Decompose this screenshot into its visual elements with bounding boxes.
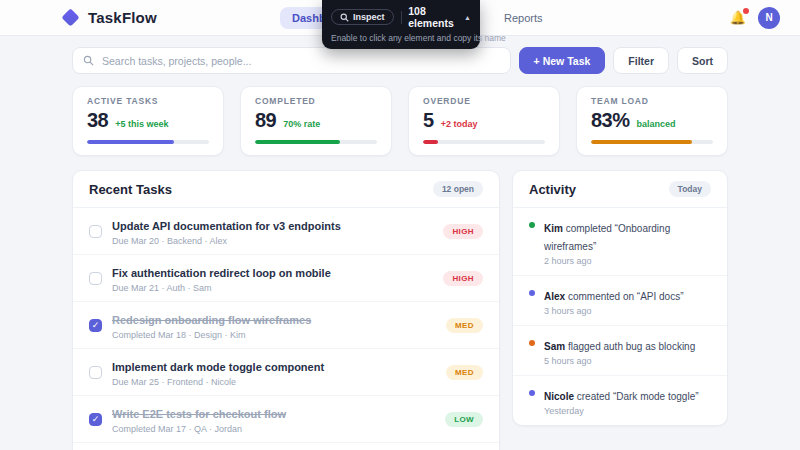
task-checkbox[interactable]	[89, 272, 102, 285]
priority-badge: HIGH	[443, 271, 483, 286]
task-row[interactable]: Update API documentation for v3 endpoint…	[73, 208, 499, 255]
progress-track	[87, 140, 209, 144]
task-checkbox[interactable]: ✓	[89, 319, 102, 332]
inspect-overlay: Inspect 108 elements ▲ Enable to click a…	[322, 0, 480, 49]
stat-bar-fill	[423, 140, 438, 144]
activity-body: Kim completed “Onboarding wireframes”2 h…	[544, 218, 711, 266]
activity-actor: Kim	[544, 223, 563, 234]
stat-label: OVERDUE	[423, 96, 545, 106]
activity-text: Sam flagged auth bug as blocking	[544, 341, 695, 352]
activity-text: Kim completed “Onboarding wireframes”	[544, 223, 670, 252]
stat-card-team-load: TEAM LOAD 83%balanced	[576, 86, 728, 156]
header-actions: 🔔 N	[730, 7, 780, 29]
stat-value: 83%	[591, 109, 630, 132]
stat-sub: 70% rate	[283, 119, 320, 129]
sort-button[interactable]: Sort	[677, 47, 728, 74]
activity-item: Sam flagged auth bug as blocking5 hours …	[513, 326, 727, 376]
recent-tasks-header: Recent Tasks 12 open	[73, 171, 499, 208]
task-checkbox[interactable]: ✓	[89, 413, 102, 426]
task-main: Redesign onboarding flow wireframesCompl…	[112, 310, 436, 340]
user-avatar[interactable]: N	[758, 7, 780, 29]
activity-action: commented on “API docs”	[565, 291, 683, 302]
activity-body: Alex commented on “API docs”3 hours ago	[544, 286, 684, 316]
brand-title: TaskFlow	[88, 9, 157, 26]
task-row[interactable]: ✓ Write E2E tests for checkout flowCompl…	[73, 396, 499, 443]
panels-row: Recent Tasks 12 open Update API document…	[72, 170, 728, 450]
progress-track	[423, 140, 545, 144]
activity-text: Nicole created “Dark mode toggle”	[544, 391, 699, 402]
recent-tasks-panel: Recent Tasks 12 open Update API document…	[72, 170, 500, 450]
activity-dot	[529, 290, 535, 296]
task-title: Fix authentication redirect loop on mobi…	[112, 267, 331, 279]
stat-label: ACTIVE TASKS	[87, 96, 209, 106]
priority-badge: HIGH	[443, 224, 483, 239]
stat-label: TEAM LOAD	[591, 96, 713, 106]
inspect-button-label: Inspect	[353, 12, 385, 22]
task-main: Write E2E tests for checkout flowComplet…	[112, 404, 435, 434]
filter-button[interactable]: Filter	[613, 47, 669, 74]
open-count-badge: 12 open	[433, 181, 483, 197]
stat-bar-fill	[591, 140, 692, 144]
task-row[interactable]: Implement dark mode toggle componentDue …	[73, 349, 499, 396]
task-title: Update API documentation for v3 endpoint…	[112, 220, 341, 232]
task-checkbox[interactable]	[89, 225, 102, 238]
stat-sub: +2 today	[441, 119, 478, 129]
activity-action: created “Dark mode toggle”	[574, 391, 699, 402]
task-row[interactable]: Fix authentication redirect loop on mobi…	[73, 255, 499, 302]
stat-sub: +5 this week	[115, 119, 168, 129]
panel-title: Recent Tasks	[89, 182, 172, 197]
stat-card-active-tasks: ACTIVE TASKS 38+5 this week	[72, 86, 224, 156]
magnifier-icon	[340, 13, 349, 22]
new-task-button[interactable]: + New Task	[519, 47, 606, 74]
activity-action: completed “Onboarding wireframes”	[544, 223, 670, 252]
search-icon	[83, 55, 94, 66]
activity-text: Alex commented on “API docs”	[544, 291, 684, 302]
activity-panel: Activity Today Kim completed “Onboarding…	[512, 170, 728, 426]
notification-dot	[743, 8, 749, 14]
activity-time: 3 hours ago	[544, 306, 684, 316]
page: TaskFlow Dashboard Reports 🔔 N Inspect 1…	[0, 0, 800, 450]
task-row[interactable]: Set up monitoring alerts for productionD…	[73, 443, 499, 450]
stat-sub: balanced	[637, 119, 676, 129]
activity-dot	[529, 222, 535, 228]
activity-item: Nicole created “Dark mode toggle”Yesterd…	[513, 376, 727, 425]
inspect-overlay-row: Inspect 108 elements ▲	[331, 5, 471, 29]
search-input[interactable]	[102, 55, 500, 67]
stat-value: 5	[423, 109, 434, 132]
stat-card-completed: COMPLETED 8970% rate	[240, 86, 392, 156]
today-badge: Today	[669, 181, 711, 197]
collapse-caret-icon[interactable]: ▲	[464, 14, 471, 21]
activity-actor: Alex	[544, 291, 565, 302]
task-checkbox[interactable]	[89, 366, 102, 379]
task-title: Write E2E tests for checkout flow	[112, 408, 286, 420]
task-meta: Due Mar 21 · Auth · Sam	[112, 283, 433, 293]
task-meta: Due Mar 25 · Frontend · Nicole	[112, 377, 436, 387]
activity-body: Sam flagged auth bug as blocking5 hours …	[544, 336, 695, 366]
activity-time: 5 hours ago	[544, 356, 695, 366]
stat-bar-fill	[255, 140, 340, 144]
task-meta: Completed Mar 17 · QA · Jordan	[112, 424, 435, 434]
task-row[interactable]: ✓ Redesign onboarding flow wireframesCom…	[73, 302, 499, 349]
activity-dot	[529, 390, 535, 396]
progress-track	[591, 140, 713, 144]
stat-value: 89	[255, 109, 276, 132]
inspect-button[interactable]: Inspect	[331, 9, 394, 25]
elements-count: 108 elements	[408, 5, 457, 29]
task-main: Update API documentation for v3 endpoint…	[112, 216, 433, 246]
priority-badge: MED	[446, 318, 483, 333]
activity-actor: Sam	[544, 341, 565, 352]
logo-diamond-icon	[61, 8, 79, 26]
panel-title: Activity	[529, 182, 576, 197]
notification-bell-icon[interactable]: 🔔	[730, 10, 746, 25]
activity-list: Kim completed “Onboarding wireframes”2 h…	[513, 208, 727, 425]
task-meta: Completed Mar 18 · Design · Kim	[112, 330, 436, 340]
activity-item: Alex commented on “API docs”3 hours ago	[513, 276, 727, 326]
activity-actor: Nicole	[544, 391, 574, 402]
progress-track	[255, 140, 377, 144]
stat-label: COMPLETED	[255, 96, 377, 106]
tab-reports[interactable]: Reports	[492, 7, 555, 29]
activity-time: Yesterday	[544, 406, 699, 416]
priority-badge: MED	[446, 365, 483, 380]
task-title: Redesign onboarding flow wireframes	[112, 314, 311, 326]
inspect-divider	[401, 11, 402, 24]
